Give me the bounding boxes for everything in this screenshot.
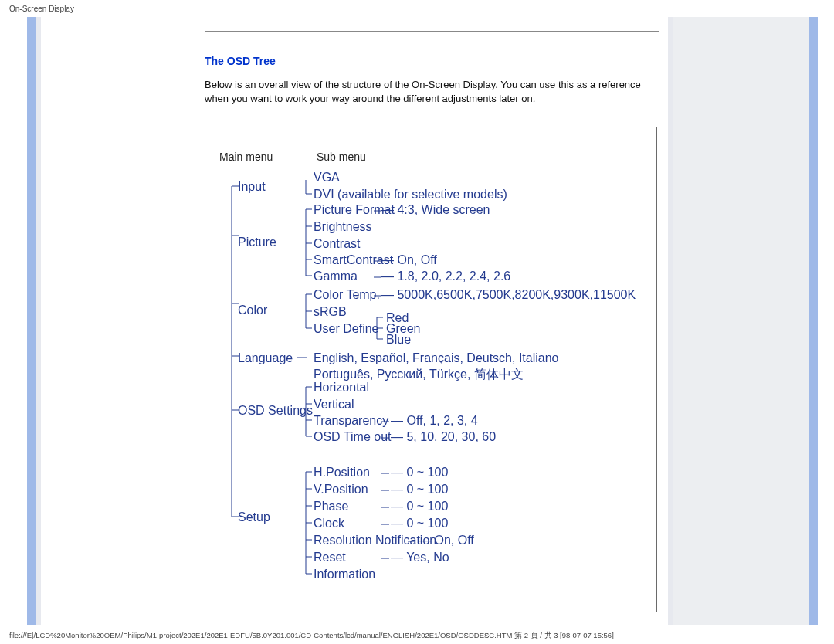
- val-picformat: 4:3, Wide screen: [397, 203, 490, 216]
- sub-ck: Clock: [314, 517, 344, 530]
- intro-text: Below is an overall view of the structur…: [205, 78, 657, 105]
- val-osd-to: 5, 10, 20, 30, 60: [406, 430, 496, 443]
- val-colortemp: 5000K,6500K,7500K,8200K,9300K,11500K: [397, 288, 636, 301]
- main-input: Input: [238, 180, 266, 194]
- sub-contrast: Contrast: [314, 237, 360, 251]
- decor-band-left-outer: [27, 17, 36, 625]
- sub-info: Information: [314, 568, 375, 581]
- sub-gamma: Gamma: [314, 269, 358, 283]
- val-rs: Yes, No: [406, 551, 449, 564]
- val-hp: 0 ~ 100: [406, 466, 448, 479]
- sub-hp: H.Position: [314, 466, 370, 480]
- sub-vga: VGA: [314, 171, 340, 185]
- decor-band-right-outer: [809, 17, 818, 625]
- sub-rs: Reset: [314, 551, 346, 564]
- footer-path: file:///E|/LCD%20Monitor%20OEM/Philips/M…: [9, 631, 614, 641]
- val-ck: 0 ~ 100: [406, 517, 448, 530]
- val-ph: 0 ~ 100: [406, 500, 448, 513]
- sub-userdef: User Define: [314, 322, 378, 336]
- sub-ph: Phase: [314, 500, 348, 514]
- main-color: Color: [238, 303, 267, 317]
- sub-osd-tr: Transparency: [314, 414, 388, 428]
- val-smart: On, Off: [397, 253, 436, 266]
- main-setup: Setup: [238, 510, 270, 524]
- sub-dvi: DVI (available for selective models): [314, 188, 507, 202]
- column-headers: Main menu Sub menu: [219, 151, 642, 163]
- main-osd: OSD Settings: [238, 404, 313, 418]
- content-area: The OSD Tree Below is an overall view of…: [41, 17, 668, 625]
- tree-area: Input Picture Color Language OSD Setting…: [222, 180, 642, 612]
- val-rn: On, Off: [434, 534, 473, 547]
- sub-osd-to: OSD Time out: [314, 430, 391, 444]
- sub-vp: V.Position: [314, 483, 368, 497]
- tree-connectors: [222, 180, 686, 612]
- divider: [205, 31, 659, 32]
- main-language: Language: [238, 351, 293, 365]
- osd-tree-box: Main menu Sub menu: [205, 127, 657, 612]
- sub-lang1: English, Español, Français, Deutsch, Ita…: [314, 351, 559, 365]
- main-picture: Picture: [238, 236, 276, 249]
- page-header: On-Screen Display: [9, 5, 74, 13]
- val-vp: 0 ~ 100: [406, 483, 448, 496]
- sub-colortemp: Color Temp.: [314, 288, 380, 302]
- val-blue: Blue: [386, 333, 411, 347]
- sub-srgb: sRGB: [314, 305, 347, 319]
- sub-osd-h: Horizontal: [314, 381, 369, 395]
- decor-sidebar-fill: [673, 17, 809, 625]
- col-main: Main menu: [219, 151, 290, 163]
- page-root: On-Screen Display The OSD Tree Below is …: [0, 0, 834, 644]
- sub-brightness: Brightness: [314, 220, 372, 234]
- val-osd-tr: Off, 1, 2, 3, 4: [406, 414, 477, 427]
- val-gamma: 1.8, 2.0, 2.2, 2.4, 2.6: [397, 269, 510, 283]
- section-title: The OSD Tree: [205, 55, 668, 67]
- sub-osd-v: Vertical: [314, 398, 354, 412]
- col-sub: Sub menu: [317, 151, 366, 163]
